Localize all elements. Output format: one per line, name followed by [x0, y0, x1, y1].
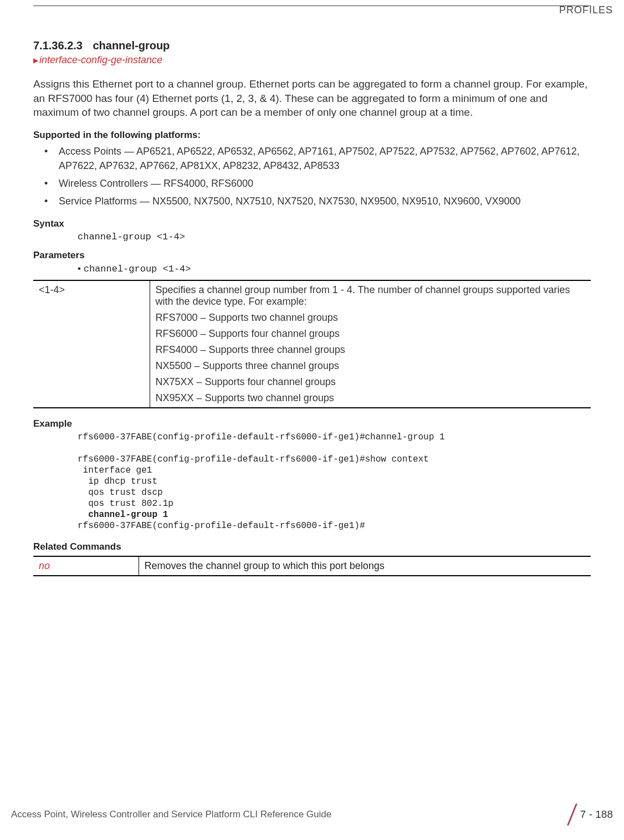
section-number: 7.1.36.2.3: [33, 39, 83, 52]
page-footer: Access Point, Wireless Controller and Se…: [11, 805, 613, 824]
list-item: Wireless Controllers — RFS4000, RFS6000: [59, 176, 591, 191]
page-content: 7.1.36.2.3 channel-group ▶interface-conf…: [0, 0, 624, 576]
page-header-right: PROFILES: [559, 4, 613, 16]
section-heading: 7.1.36.2.3 channel-group: [33, 39, 591, 52]
param-desc-row: RFS4000 – Supports three channel groups: [156, 344, 586, 356]
intro-paragraph: Assigns this Ethernet port to a channel …: [33, 77, 591, 120]
param-key: <1-4>: [33, 280, 150, 408]
breadcrumb-text: interface-config-ge-instance: [39, 54, 162, 65]
related-table: no Removes the channel group to which th…: [33, 556, 591, 576]
list-item: Service Platforms — NX5500, NX7500, NX75…: [59, 194, 591, 208]
param-bullet: channel-group <1-4>: [78, 263, 591, 274]
platforms-list: Access Points — AP6521, AP6522, AP6532, …: [33, 144, 591, 208]
example-heading: Example: [33, 418, 591, 429]
param-desc-row: NX95XX – Supports two channel groups: [156, 392, 586, 404]
syntax-heading: Syntax: [33, 218, 591, 229]
syntax-code: channel-group <1-4>: [78, 232, 591, 242]
parameters-table: <1-4> Specifies a channel group number f…: [33, 280, 591, 408]
page-number: 7 - 188: [580, 808, 613, 821]
footer-right: 7 - 188: [566, 805, 613, 824]
example-code: rfs6000-37FABE(config-profile-default-rf…: [78, 432, 591, 531]
related-cmd-link[interactable]: no: [33, 556, 139, 576]
related-heading: Related Commands: [33, 541, 591, 552]
top-rule: [33, 6, 591, 6]
param-desc-intro: Specifies a channel group number from 1 …: [156, 284, 586, 308]
param-desc-row: NX5500 – Supports three channel groups: [156, 360, 586, 372]
triangle-icon: ▶: [33, 57, 38, 64]
param-desc-row: RFS7000 – Supports two channel groups: [156, 312, 586, 324]
platforms-heading: Supported in the following platforms:: [33, 130, 591, 141]
parameters-heading: Parameters: [33, 250, 591, 261]
related-cmd-desc: Removes the channel group to which this …: [139, 556, 591, 576]
param-desc-row: NX75XX – Supports four channel groups: [156, 376, 586, 388]
param-desc-row: RFS6000 – Supports four channel groups: [156, 328, 586, 340]
list-item: Access Points — AP6521, AP6522, AP6532, …: [59, 144, 591, 173]
breadcrumb-link[interactable]: ▶interface-config-ge-instance: [33, 54, 591, 66]
footer-left: Access Point, Wireless Controller and Se…: [11, 809, 331, 820]
slash-icon: [566, 805, 579, 824]
section-title: channel-group: [93, 39, 170, 52]
param-desc-cell: Specifies a channel group number from 1 …: [150, 280, 591, 408]
